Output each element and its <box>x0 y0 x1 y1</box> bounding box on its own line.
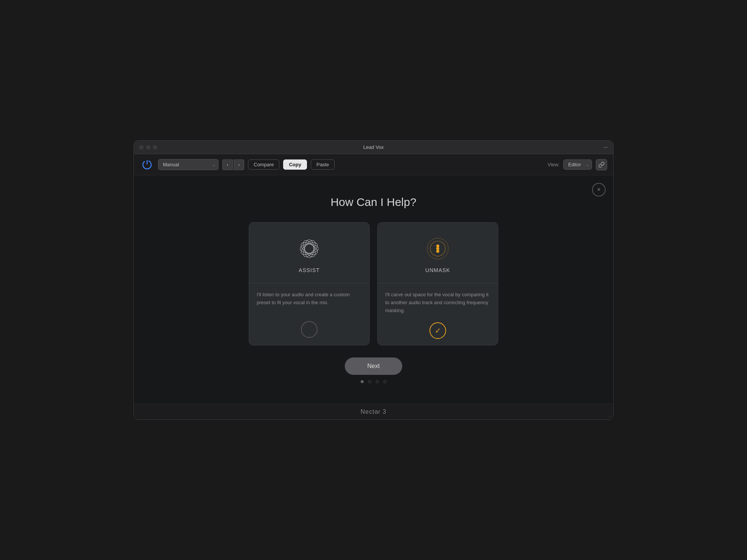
next-button[interactable]: Next <box>345 357 403 375</box>
assist-icon <box>296 235 322 262</box>
compare-button[interactable]: Compare <box>248 159 279 170</box>
bottom-area: Next <box>345 357 403 383</box>
resize-handle-icon[interactable]: ⌟ <box>609 413 611 418</box>
maximize-traffic-light[interactable] <box>153 145 157 150</box>
minimize-traffic-light[interactable] <box>146 145 150 150</box>
modal-close-button[interactable]: × <box>592 183 606 196</box>
title-bar-right <box>603 147 608 148</box>
unmask-card-top: UNMASK <box>378 223 498 283</box>
main-content: × How Can I Help? <box>134 175 613 404</box>
svg-point-7 <box>301 239 318 259</box>
cards-row: ASSIST I'll listen to your audio and cre… <box>249 222 498 345</box>
preset-dropdown[interactable]: Manual <box>158 159 219 170</box>
nav-back-button[interactable]: ‹ <box>222 159 233 170</box>
nav-buttons: ‹ › <box>222 159 244 170</box>
svg-point-10 <box>436 244 439 248</box>
assist-card-name: ASSIST <box>299 267 320 273</box>
paste-button[interactable]: Paste <box>311 159 335 170</box>
assist-card-description: I'll listen to your audio and create a c… <box>257 291 362 307</box>
modal-title: How Can I Help? <box>331 196 417 209</box>
dot-2 <box>368 380 371 383</box>
unmask-icon <box>425 235 451 262</box>
unmask-card-name: UNMASK <box>425 267 450 273</box>
dot-4 <box>383 380 386 383</box>
footer: Nectar 3 ⌟ <box>134 404 613 419</box>
unmask-card-description: I'll carve out space for the vocal by co… <box>385 291 490 314</box>
dot-1 <box>361 380 364 383</box>
svg-point-12 <box>436 250 439 253</box>
svg-point-2 <box>305 240 314 258</box>
nav-forward-button[interactable]: › <box>234 159 244 170</box>
preset-dropdown-wrapper: Manual ⌄ <box>158 159 219 170</box>
copy-button[interactable]: Copy <box>283 159 307 170</box>
traffic-lights <box>139 145 157 150</box>
title-dash <box>603 147 608 148</box>
toolbar: Manual ⌄ ‹ › Compare Copy Paste View: Ed… <box>134 154 613 175</box>
unmask-card[interactable]: UNMASK I'll carve out space for the voca… <box>377 222 498 345</box>
footer-title: Nectar 3 <box>361 408 386 415</box>
view-dropdown-wrapper: Editor ⌄ <box>563 159 592 170</box>
toolbar-right: View: Editor ⌄ <box>547 159 607 170</box>
checkmark-icon: ✓ <box>435 326 441 335</box>
assist-card[interactable]: ASSIST I'll listen to your audio and cre… <box>249 222 370 345</box>
power-button[interactable] <box>140 158 154 172</box>
svg-point-6 <box>299 240 319 257</box>
svg-point-11 <box>436 247 439 250</box>
close-traffic-light[interactable] <box>139 145 144 150</box>
title-bar: Lead Vox <box>134 141 613 154</box>
assist-card-top: ASSIST <box>249 223 369 283</box>
unmask-select-button[interactable]: ✓ <box>429 322 446 339</box>
unmask-card-bottom: I'll carve out space for the vocal by co… <box>378 283 498 345</box>
dot-3 <box>376 380 379 383</box>
assist-card-bottom: I'll listen to your audio and create a c… <box>249 283 369 344</box>
view-label: View: <box>547 162 559 167</box>
main-window: Lead Vox Manual ⌄ ‹ › Compare Copy Paste… <box>133 140 614 420</box>
link-button[interactable] <box>596 159 607 170</box>
pagination-dots <box>361 380 386 383</box>
svg-point-5 <box>300 244 318 253</box>
window-title: Lead Vox <box>363 144 384 150</box>
assist-select-button[interactable] <box>301 321 318 338</box>
view-dropdown[interactable]: Editor <box>563 159 592 170</box>
